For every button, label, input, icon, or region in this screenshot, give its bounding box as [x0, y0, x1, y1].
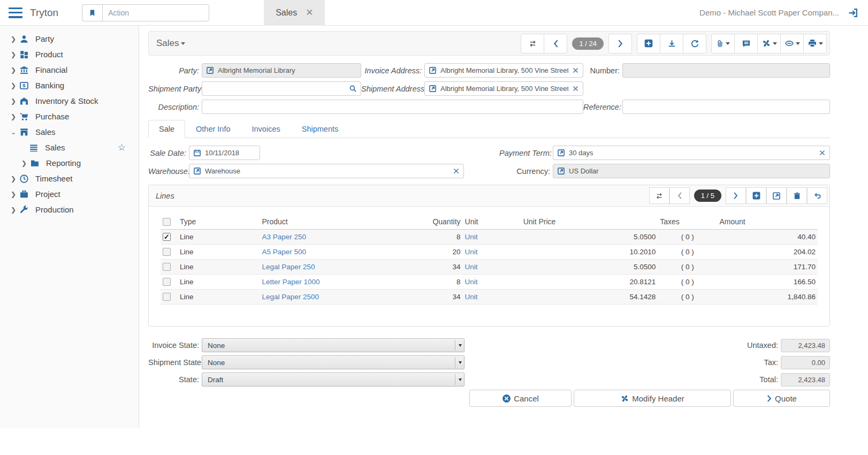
previous-record-button[interactable] [544, 34, 567, 54]
sidebar-item-financial[interactable]: ❯ Financial [0, 62, 139, 78]
new-record-button[interactable] [637, 34, 660, 54]
select-all-checkbox[interactable]: ✓ [163, 218, 171, 226]
lines-open-button[interactable] [766, 187, 787, 204]
lines-next-button[interactable] [726, 187, 746, 204]
shipment-address-field[interactable]: Albright Memorial Library, 500 Vine Stre… [424, 81, 583, 96]
sidebar-item-banking[interactable]: ❯ $ Banking [0, 78, 139, 93]
reload-icon[interactable] [683, 34, 706, 54]
sale-date-field[interactable]: 10/11/2018 [189, 146, 260, 160]
relate-link-button[interactable] [780, 34, 804, 54]
open-record-icon[interactable] [206, 66, 214, 74]
sidebar-item-product[interactable]: ❯ Product [0, 47, 139, 62]
open-record-icon[interactable] [429, 66, 437, 74]
shipment-party-field[interactable] [202, 81, 361, 96]
table-row[interactable]: ✓ Line Letter Paper 1000 8 Unit 20.8121 … [161, 275, 818, 290]
lines-delete-button[interactable] [787, 187, 807, 204]
bookmark-button[interactable] [82, 4, 102, 21]
save-button[interactable] [660, 34, 683, 54]
table-row[interactable]: ✓ Line Legal Paper 2500 34 Unit 54.1428 … [161, 290, 818, 305]
tab-sales-window[interactable]: Sales ✕ [264, 0, 325, 26]
party-field[interactable]: Albright Memorial Library [202, 63, 361, 78]
quote-button[interactable]: Quote [733, 390, 830, 407]
open-record-icon[interactable] [557, 149, 565, 157]
unit-link[interactable]: Unit [465, 263, 478, 271]
state-select[interactable]: Draft [202, 373, 465, 386]
clear-icon[interactable] [572, 67, 579, 74]
calendar-icon[interactable] [193, 149, 201, 157]
invoice-state-select[interactable]: None [202, 338, 465, 352]
product-link[interactable]: Letter Paper 1000 [262, 278, 320, 286]
product-link[interactable]: A3 Paper 250 [262, 233, 307, 241]
product-link[interactable]: Legal Paper 250 [262, 263, 315, 271]
clear-icon[interactable] [819, 149, 826, 156]
table-row[interactable]: ✓ Line Legal Paper 250 34 Unit 5.0500 ( … [161, 260, 818, 275]
cancel-button[interactable]: Cancel [469, 390, 572, 407]
row-checkbox[interactable]: ✓ [163, 263, 171, 271]
tab-shipments[interactable]: Shipments [291, 120, 349, 138]
col-unit[interactable]: Unit [463, 214, 521, 230]
number-field[interactable] [622, 63, 830, 78]
note-button[interactable] [734, 34, 758, 54]
sidebar-item-purchase[interactable]: ❯ Purchase [0, 109, 139, 124]
unit-link[interactable]: Unit [465, 278, 478, 286]
attachment-button[interactable] [711, 34, 735, 54]
print-button[interactable] [803, 34, 827, 54]
unit-link[interactable]: Unit [465, 293, 478, 301]
product-link[interactable]: Legal Paper 2500 [262, 293, 319, 301]
table-row[interactable]: ✓ Line A5 Paper 500 20 Unit 10.2010 ( 0 … [161, 245, 818, 260]
chevron-right-icon[interactable]: ❯ [11, 82, 19, 89]
sidebar-item-party[interactable]: ❯ Party [0, 31, 139, 47]
modify-header-button[interactable]: Modify Header [574, 390, 731, 407]
sidebar-item-sales-sales[interactable]: Sales ☆ [0, 140, 139, 155]
lines-undo-button[interactable] [807, 187, 827, 204]
tab-invoices[interactable]: Invoices [241, 120, 291, 138]
logout-icon[interactable] [848, 7, 858, 18]
chevron-right-icon[interactable]: ❯ [11, 97, 19, 105]
open-record-icon[interactable] [193, 167, 201, 175]
chevron-right-icon[interactable]: ❯ [11, 191, 19, 198]
unit-link[interactable]: Unit [465, 248, 478, 256]
lines-switch-view-button[interactable] [649, 187, 669, 204]
close-tab-icon[interactable]: ✕ [306, 7, 313, 18]
next-record-button[interactable] [608, 34, 632, 54]
chevron-right-icon[interactable]: ❯ [11, 35, 19, 43]
tab-sale[interactable]: Sale [148, 120, 185, 138]
col-quantity[interactable]: Quantity [430, 214, 462, 230]
clear-icon[interactable] [572, 85, 579, 92]
col-amount[interactable]: Amount [717, 214, 818, 230]
open-record-icon[interactable] [429, 85, 437, 93]
invoice-address-field[interactable]: Albright Memorial Library, 500 Vine Stre… [424, 63, 583, 78]
description-field[interactable] [202, 100, 583, 114]
reference-field[interactable] [622, 100, 830, 114]
col-type[interactable]: Type [178, 214, 260, 230]
sidebar-item-reporting[interactable]: ❯ Reporting [0, 155, 139, 171]
lines-previous-button[interactable] [669, 187, 690, 204]
chevron-right-icon[interactable]: ❯ [11, 66, 19, 74]
search-icon[interactable] [349, 85, 357, 93]
menu-icon[interactable] [9, 7, 22, 18]
warehouse-field[interactable]: Warehouse [189, 164, 464, 178]
col-product[interactable]: Product [260, 214, 431, 230]
chevron-right-icon[interactable]: ❯ [11, 113, 19, 120]
payment-term-field[interactable]: 30 days [553, 146, 830, 160]
row-checkbox[interactable]: ✓ [163, 248, 171, 256]
currency-field[interactable]: US Dollar [553, 164, 830, 178]
chevron-right-icon[interactable]: ❯ [11, 51, 19, 58]
action-input[interactable] [102, 4, 209, 21]
col-unit-price[interactable]: Unit Price [521, 214, 658, 230]
launch-action-button[interactable] [757, 34, 781, 54]
chevron-down-icon[interactable]: ⌄ [11, 128, 19, 136]
row-checkbox[interactable]: ✓ [163, 278, 171, 286]
open-record-icon[interactable] [557, 167, 565, 175]
shipment-state-select[interactable]: None [202, 355, 465, 369]
sidebar-item-inventory[interactable]: ❯ Inventory & Stock [0, 93, 139, 109]
view-title-menu[interactable]: Sales [156, 38, 185, 49]
lines-add-button[interactable] [746, 187, 766, 204]
switch-view-button[interactable] [521, 34, 544, 54]
chevron-right-icon[interactable]: ❯ [11, 175, 19, 183]
chevron-right-icon[interactable]: ❯ [11, 206, 19, 214]
unit-link[interactable]: Unit [465, 233, 478, 241]
row-checkbox[interactable]: ✓ [163, 293, 171, 301]
col-taxes[interactable]: Taxes [658, 214, 717, 230]
sidebar-item-project[interactable]: ❯ Project [0, 186, 139, 202]
